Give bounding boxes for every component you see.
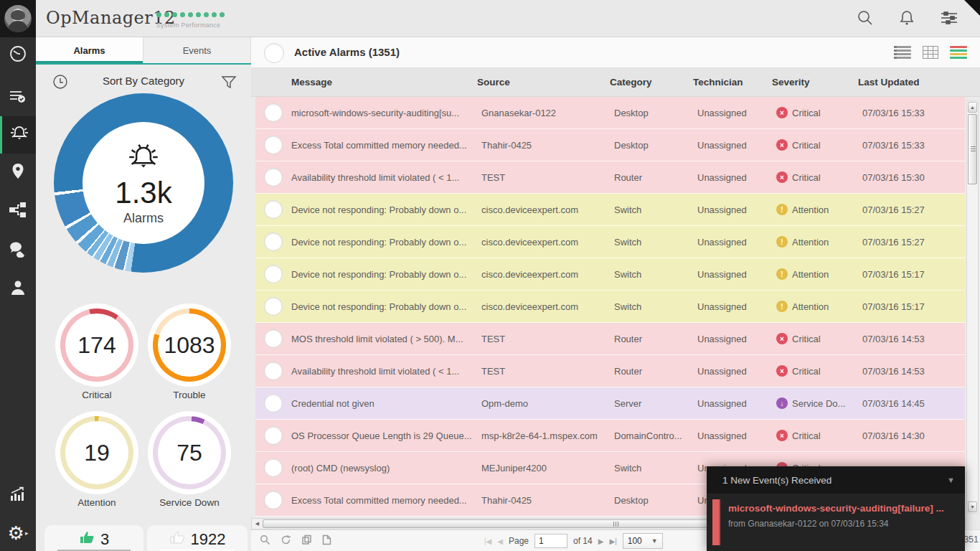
column-last-updated[interactable]: Last Updated (858, 77, 956, 88)
alarm-technician: Unassigned (697, 172, 776, 183)
alarm-severity: ×Critical (776, 430, 862, 441)
alarm-source: Thahir-0425 (481, 495, 614, 506)
sidebar-item-chat[interactable] (0, 232, 36, 268)
refresh-icon[interactable] (281, 534, 291, 547)
table-row[interactable]: MOS threshold limit violated ( > 500). M… (255, 323, 965, 355)
sidebar-item-workflow[interactable] (0, 194, 36, 230)
list-view-icon[interactable] (894, 46, 911, 59)
alarm-severity: ↓Service Do... (776, 397, 862, 409)
sidebar-item-dashboard[interactable] (0, 37, 36, 73)
page-of-label: of 14 (573, 536, 593, 546)
stat-circle-critical[interactable]: 174 (55, 303, 138, 387)
alarm-last-updated: 07/03/16 14:53 (862, 366, 961, 377)
sort-by-category-title: Sort By Category (36, 75, 251, 87)
alarm-message: Device not responding: Probably down o..… (291, 269, 481, 280)
severity-icon: ! (776, 301, 788, 312)
alarm-message: Device not responding: Probably down o..… (291, 301, 481, 312)
row-checkbox[interactable] (264, 232, 283, 251)
scroll-up-arrow[interactable]: ▲ (968, 102, 977, 113)
row-checkbox[interactable] (264, 265, 283, 283)
sidebar-item-inventory[interactable] (0, 80, 36, 116)
reports-chart-icon (9, 486, 27, 506)
page-number-input[interactable] (534, 534, 567, 548)
last-page-button[interactable]: ▶| (609, 537, 616, 545)
collapse-chevron-icon[interactable]: ▼ (947, 476, 955, 484)
table-row[interactable]: microsoft-windows-security-auditing[su..… (255, 97, 965, 129)
left-nav-sidebar: ⚙▸ (0, 0, 36, 551)
opmanager-screen: OpManager12 System Performance (0, 0, 980, 551)
stat-circle-attention[interactable]: 19 (55, 411, 138, 494)
table-row[interactable]: Device not responding: Probably down o..… (255, 226, 965, 258)
select-all-checkbox[interactable] (264, 43, 284, 63)
user-avatar[interactable] (0, 0, 36, 37)
settings-sliders-icon[interactable] (940, 9, 958, 29)
severity-icon: × (776, 139, 788, 151)
task-list-icon (9, 88, 27, 108)
row-checkbox[interactable] (264, 491, 283, 509)
new-event-notification-popup[interactable]: 1 New Event(s) Received ▼ microsoft-wind… (707, 466, 965, 551)
vertical-scrollbar[interactable]: ▲ ▼ (966, 100, 979, 514)
scroll-left-arrow[interactable]: ◀ (253, 519, 262, 528)
alarm-technician: Unassigned (697, 398, 776, 409)
chat-icon (8, 240, 28, 260)
table-row[interactable]: Excess Total committed memory needed... … (255, 129, 965, 161)
alarm-technician: Unassigned (697, 301, 776, 312)
table-row[interactable]: OS Processor Queue Length is 29 Queue...… (255, 420, 965, 452)
severity-icon: ! (776, 236, 788, 248)
sidebar-item-reports[interactable] (0, 478, 36, 514)
notifications-bell-icon[interactable] (898, 9, 915, 29)
alarm-source: cisco.deviceexpert.com (481, 237, 614, 248)
row-checkbox[interactable] (264, 103, 283, 122)
sidebar-item-alarms[interactable] (0, 116, 36, 154)
table-row[interactable]: Device not responding: Probably down o..… (255, 291, 965, 323)
row-checkbox[interactable] (264, 136, 283, 154)
row-checkbox[interactable] (264, 168, 283, 187)
row-checkbox[interactable] (264, 297, 283, 316)
search-rows-icon[interactable] (260, 534, 270, 547)
copy-icon[interactable] (301, 534, 312, 547)
alarm-source: MEJuniper4200 (481, 463, 614, 474)
table-row[interactable]: Credential not given Opm-demo Server Una… (255, 387, 965, 420)
search-icon[interactable] (857, 9, 874, 29)
column-category[interactable]: Category (610, 77, 693, 88)
table-row[interactable]: Availability threshold limit violated ( … (255, 355, 965, 387)
vertical-scroll-thumb[interactable] (968, 114, 977, 184)
alarm-category-donut-chart[interactable]: 1.3k Alarms (54, 93, 233, 273)
prev-page-button[interactable]: ◀ (497, 537, 503, 545)
unacknowledged-count-card[interactable]: 1922 (147, 525, 248, 551)
sidebar-item-settings[interactable]: ⚙▸ (0, 515, 36, 551)
row-checkbox[interactable] (264, 394, 283, 413)
filter-funnel-icon[interactable] (221, 75, 237, 93)
alarm-category: Switch (614, 463, 697, 474)
column-severity[interactable]: Severity (772, 77, 858, 88)
scroll-down-arrow[interactable]: ▼ (968, 501, 977, 512)
column-technician[interactable]: Technician (693, 77, 772, 88)
column-message[interactable]: Message (291, 77, 477, 88)
export-document-icon[interactable] (322, 534, 331, 547)
table-row[interactable]: Device not responding: Probably down o..… (255, 258, 965, 291)
first-page-button[interactable]: |◀ (484, 537, 491, 545)
column-source[interactable]: Source (477, 77, 610, 88)
row-checkbox[interactable] (264, 329, 283, 348)
next-page-button[interactable]: ▶ (598, 537, 604, 545)
tab-alarms[interactable]: Alarms (36, 37, 143, 63)
event-title-link[interactable]: microsoft-windows-security-auditing[fail… (728, 503, 956, 514)
alarm-last-updated: 07/03/16 15:33 (862, 140, 961, 151)
row-checkbox[interactable] (264, 200, 283, 219)
sidebar-item-users[interactable] (0, 271, 36, 307)
colored-list-view-icon[interactable] (950, 46, 967, 59)
table-row[interactable]: Device not responding: Probably down o..… (255, 194, 965, 226)
stat-circle-trouble[interactable]: 1083 (148, 303, 231, 387)
table-row[interactable]: Availability threshold limit violated ( … (255, 161, 965, 194)
grid-view-icon[interactable] (923, 46, 938, 59)
tab-events[interactable]: Events (143, 37, 251, 63)
thumbs-up-white-icon (169, 530, 185, 549)
row-checkbox[interactable] (264, 362, 283, 380)
acknowledged-count-card[interactable]: 3 (44, 525, 143, 551)
page-size-select[interactable]: 100▼ (623, 533, 663, 549)
row-checkbox[interactable] (264, 458, 283, 477)
stat-circle-service-down[interactable]: 75 (148, 411, 231, 494)
sidebar-item-maps[interactable] (0, 155, 36, 191)
row-checkbox[interactable] (264, 426, 283, 445)
alarm-technician: Unassigned (697, 366, 776, 377)
